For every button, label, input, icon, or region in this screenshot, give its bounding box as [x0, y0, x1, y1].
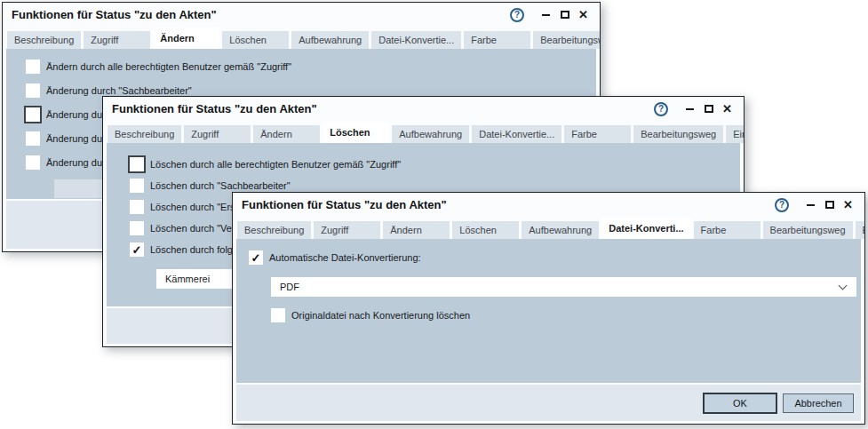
minimize-icon — [686, 108, 694, 110]
tab-aufbewahrung[interactable]: Aufbewahrung — [522, 221, 599, 239]
close-icon: ✕ — [722, 103, 732, 115]
window-title: Funktionen für Status "zu den Akten" — [112, 102, 317, 115]
tab-datei-konvertierung[interactable]: Datei-Konverti... — [601, 218, 690, 239]
tab-datei-konvertierung[interactable]: Datei-Konvertie... — [371, 31, 461, 49]
checkbox-label: Änderung durch "Sachbearbeiter" — [46, 85, 192, 96]
tab-loeschen[interactable]: Löschen — [323, 122, 389, 143]
cancel-button[interactable]: Abbrechen — [783, 393, 854, 413]
checkbox[interactable] — [130, 221, 144, 235]
tab-aufbewahrung[interactable]: Aufbewahrung — [291, 31, 369, 49]
window-title: Funktionen für Status "zu den Akten" — [12, 8, 217, 21]
checkbox[interactable] — [26, 131, 40, 146]
tab-bearbeitungsweg[interactable]: Bearbeitungsweg — [763, 221, 853, 239]
tab-content-panel: ✓ Automatische Datei-Konvertierung: PDF … — [236, 239, 861, 383]
titlebar[interactable]: Funktionen für Status "zu den Akten" ? ✕ — [103, 97, 744, 121]
maximize-button[interactable] — [555, 7, 574, 23]
minimize-icon — [807, 204, 815, 206]
tab-bearbeitungsweg[interactable]: Bearbeitungsweg — [633, 125, 723, 143]
titlebar[interactable]: Funktionen für Status "zu den Akten" ? ✕ — [3, 3, 600, 27]
tab-aendern[interactable]: Ändern — [253, 125, 320, 143]
maximize-button[interactable] — [820, 197, 839, 213]
tab-beschreibung[interactable]: Beschreibung — [108, 125, 181, 143]
checkbox-row: Originaldatei nach Konvertierung löschen — [271, 308, 861, 322]
checkbox[interactable] — [130, 200, 144, 214]
tab-bearbeitungsweg[interactable]: Bearbeitungsweg — [533, 31, 600, 49]
tab-zugriff[interactable]: Zugriff — [184, 125, 251, 143]
window-title: Funktionen für Status "zu den Akten" — [242, 198, 447, 211]
checkbox-label: Löschen durch alle berechtigten Benutzer… — [150, 159, 401, 170]
tab-bar: Beschreibung Zugriff Ändern Löschen Aufb… — [3, 27, 600, 49]
maximize-icon — [825, 201, 834, 209]
check-icon: ✓ — [251, 252, 261, 264]
checkbox-checked[interactable]: ✓ — [249, 250, 263, 265]
tab-loeschen[interactable]: Löschen — [452, 221, 519, 239]
maximize-button[interactable] — [699, 101, 718, 117]
checkbox-row: Löschen durch "Sachbearbeiter" — [130, 179, 740, 193]
checkbox[interactable] — [26, 107, 40, 122]
maximize-icon — [705, 105, 713, 113]
dialog-window-datei-konvertierung: Funktionen für Status "zu den Akten" ? ✕… — [232, 192, 865, 425]
checkbox[interactable] — [26, 60, 40, 74]
minimize-button[interactable] — [801, 197, 820, 213]
check-icon: ✓ — [132, 244, 142, 256]
close-button[interactable]: ✕ — [718, 101, 737, 117]
conversion-format-dropdown[interactable]: PDF — [271, 277, 856, 297]
tab-farbe[interactable]: Farbe — [464, 31, 530, 49]
help-icon[interactable]: ? — [775, 198, 789, 212]
tab-bar: Beschreibung Zugriff Ändern Löschen Aufb… — [233, 217, 864, 239]
help-icon[interactable]: ? — [510, 8, 524, 22]
titlebar[interactable]: Funktionen für Status "zu den Akten" ? ✕ — [233, 193, 864, 217]
tab-aufbewahrung[interactable]: Aufbewahrung — [392, 125, 469, 143]
close-button[interactable]: ✕ — [839, 197, 857, 213]
close-icon: ✕ — [578, 9, 588, 20]
tab-zugriff[interactable]: Zugriff — [84, 31, 150, 49]
tab-aendern[interactable]: Ändern — [383, 221, 450, 239]
close-icon: ✕ — [843, 199, 853, 211]
checkbox[interactable] — [26, 83, 40, 98]
tab-aendern[interactable]: Ändern — [153, 28, 219, 49]
chevron-down-icon — [839, 281, 848, 290]
footer: OK Abbrechen — [236, 385, 861, 421]
maximize-icon — [561, 11, 569, 19]
tab-einschraenkungen[interactable]: Einschränkungen — [726, 125, 744, 143]
window-controls: ? ✕ — [654, 101, 737, 117]
checkbox-row: Löschen durch alle berechtigten Benutzer… — [130, 157, 740, 171]
checkbox-checked[interactable]: ✓ — [130, 242, 144, 257]
tab-zugriff[interactable]: Zugriff — [314, 221, 380, 239]
checkbox-label: Ändern durch alle berechtigten Benutzer … — [46, 61, 291, 72]
minimize-button[interactable] — [681, 101, 699, 117]
tab-einschraenkungen[interactable]: Einschränkungen — [856, 221, 864, 239]
checkbox-row: Ändern durch alle berechtigten Benutzer … — [26, 60, 596, 74]
checkbox[interactable] — [26, 155, 40, 170]
desktop-canvas: Funktionen für Status "zu den Akten" ? ✕… — [0, 0, 868, 429]
checkbox[interactable] — [130, 179, 144, 193]
window-controls: ? ✕ — [510, 7, 593, 23]
checkbox[interactable] — [271, 308, 285, 322]
tab-farbe[interactable]: Farbe — [564, 125, 631, 143]
dropdown-value: PDF — [280, 282, 299, 292]
tab-beschreibung[interactable]: Beschreibung — [237, 221, 311, 239]
help-icon[interactable]: ? — [654, 102, 668, 116]
tab-farbe[interactable]: Farbe — [694, 221, 760, 239]
minimize-button[interactable] — [537, 7, 555, 23]
tab-datei-konvertierung[interactable]: Datei-Konvertie... — [472, 125, 561, 143]
close-button[interactable]: ✕ — [574, 7, 593, 23]
checkbox-label: Automatische Datei-Konvertierung: — [269, 252, 421, 263]
window-controls: ? ✕ — [775, 197, 857, 213]
ok-button[interactable]: OK — [703, 393, 777, 414]
tab-beschreibung[interactable]: Beschreibung — [7, 31, 81, 49]
tab-bar: Beschreibung Zugriff Ändern Löschen Aufb… — [103, 121, 744, 143]
checkbox-label: Originaldatei nach Konvertierung löschen — [291, 310, 470, 321]
minimize-icon — [542, 14, 550, 16]
checkbox-row: ✓ Automatische Datei-Konvertierung: — [249, 250, 861, 265]
tab-loeschen[interactable]: Löschen — [222, 31, 289, 49]
checkbox[interactable] — [130, 157, 144, 171]
checkbox-label: Löschen durch "Sachbearbeiter" — [150, 180, 291, 191]
